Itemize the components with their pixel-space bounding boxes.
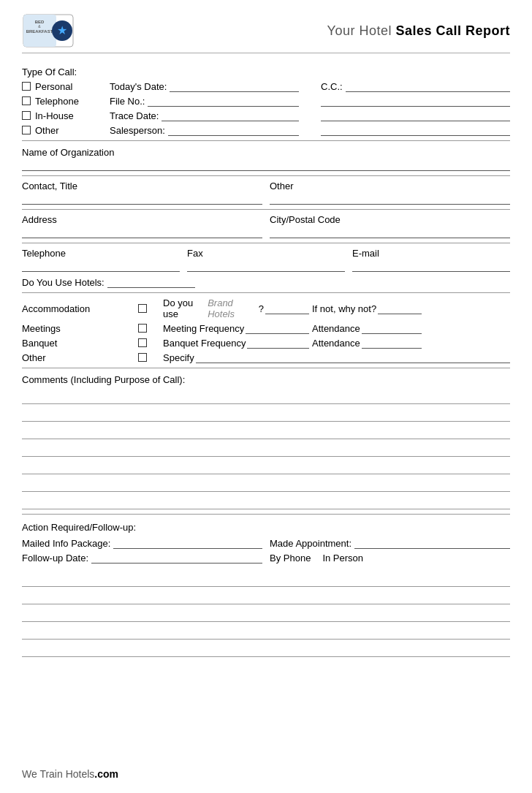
meetings-label: Meetings xyxy=(22,323,135,334)
org-label: Name of Organization xyxy=(22,147,510,158)
brand-hotels-text: Brand Hotels xyxy=(208,297,257,319)
comment-line-1[interactable] xyxy=(22,388,510,404)
made-appt-field[interactable] xyxy=(354,537,510,549)
city-postal-col: City/Postal Code xyxy=(270,214,510,238)
in-person-label: In Person xyxy=(322,553,363,564)
org-field[interactable] xyxy=(22,159,510,171)
personal-checkbox[interactable] xyxy=(22,82,31,91)
bottom-line-1[interactable] xyxy=(22,571,510,587)
address-field[interactable] xyxy=(22,227,262,238)
svg-text:★: ★ xyxy=(57,24,67,37)
svg-text:BREAKFAST: BREAKFAST xyxy=(26,29,53,34)
email-col: E-mail xyxy=(352,248,510,272)
address-label: Address xyxy=(22,214,262,225)
call-type-inhouse[interactable]: In-House xyxy=(22,110,110,121)
mailed-info-row: Mailed Info Package: xyxy=(22,537,262,549)
hotels-field[interactable] xyxy=(107,276,195,288)
file-no-label: File No.: xyxy=(110,96,145,107)
accommodation-label: Accommodation xyxy=(22,303,135,314)
followup-date-row: Follow-up Date: xyxy=(22,552,262,564)
trace-date-row: Trace Date: xyxy=(110,110,299,121)
contact-other-row: Contact, Title Other xyxy=(22,181,510,205)
divider6 xyxy=(22,368,510,368)
type-of-call-section: Type Of Call: Personal Today's Date: C.C… xyxy=(22,67,510,136)
header: BED & BREAKFAST ★ Your Hotel Sales Call … xyxy=(22,13,510,53)
accommodation-row: Accommodation Do you use Brand Hotels? I… xyxy=(22,297,510,319)
meeting-freq-row: Meeting Frequency xyxy=(163,322,309,334)
banquet-row: Banquet Banquet Frequency Attendance xyxy=(22,337,510,349)
trace-date-field[interactable] xyxy=(162,110,299,121)
comment-line-2[interactable] xyxy=(22,406,510,422)
type-of-call-label: Type Of Call: xyxy=(22,67,510,77)
bottom-line-4[interactable] xyxy=(22,623,510,640)
type-of-call-grid: Personal Today's Date: C.C.: Telephone F… xyxy=(22,80,510,136)
banquet-label: Banquet xyxy=(22,338,135,349)
divider3 xyxy=(22,209,510,210)
meetings-row: Meetings Meeting Frequency Attendance xyxy=(22,322,510,334)
call-type-personal[interactable]: Personal xyxy=(22,81,110,92)
do-you-use-brand-label: Do you use xyxy=(163,297,206,319)
mailed-info-label: Mailed Info Package: xyxy=(22,538,110,549)
comment-line-5[interactable] xyxy=(22,458,510,474)
trace-date-label: Trace Date: xyxy=(110,110,159,121)
hotels-row: Do You Use Hotels: xyxy=(22,276,510,288)
followup-date-field[interactable] xyxy=(91,552,262,564)
banquet-freq-field[interactable] xyxy=(247,337,309,349)
contact-label: Contact, Title xyxy=(22,181,262,191)
header-title-normal: Your Hotel xyxy=(327,23,396,38)
followup-date-label: Follow-up Date: xyxy=(22,553,88,564)
address-col: Address xyxy=(22,214,262,238)
cc-row: C.C.: xyxy=(321,80,510,92)
comment-line-7[interactable] xyxy=(22,493,510,509)
attendance-label: Attendance xyxy=(312,323,360,334)
bottom-line-3[interactable] xyxy=(22,606,510,622)
comments-section: Comments (Including Purpose of Call): xyxy=(22,374,510,509)
other2-row: Other Specify xyxy=(22,352,510,363)
call-type-telephone[interactable]: Telephone xyxy=(22,96,110,107)
attendance-field[interactable] xyxy=(362,322,422,334)
comment-line-6[interactable] xyxy=(22,476,510,492)
if-not-why-label: If not, why not? xyxy=(312,303,376,314)
do-you-use-brand-row: Do you use Brand Hotels? xyxy=(163,297,309,319)
other-checkbox[interactable] xyxy=(22,126,31,134)
divider2 xyxy=(22,175,510,176)
email-field[interactable] xyxy=(352,260,510,272)
fax-field[interactable] xyxy=(187,260,345,272)
city-postal-field[interactable] xyxy=(270,227,510,238)
made-appt-label: Made Appointment: xyxy=(270,538,352,549)
comment-line-3[interactable] xyxy=(22,423,510,439)
footer: We Train Hotels.com xyxy=(22,768,118,780)
bottom-line-2[interactable] xyxy=(22,588,510,604)
specify-field[interactable] xyxy=(196,352,510,363)
accommodation-checkbox[interactable] xyxy=(138,304,147,313)
brand-question: ? xyxy=(259,303,264,314)
if-not-why-field[interactable] xyxy=(378,303,422,314)
file-no-field[interactable] xyxy=(148,95,299,107)
salesperson-field[interactable] xyxy=(168,124,299,136)
mailed-info-field[interactable] xyxy=(113,537,262,549)
bottom-line-5[interactable] xyxy=(22,641,510,657)
cc-line3 xyxy=(321,110,510,121)
meeting-freq-field[interactable] xyxy=(246,322,309,334)
banquet-checkbox[interactable] xyxy=(138,338,147,347)
contact-field[interactable] xyxy=(22,193,262,205)
telephone-checkbox[interactable] xyxy=(22,96,31,105)
brand-hotels-field[interactable] xyxy=(265,303,309,314)
inhouse-checkbox[interactable] xyxy=(22,111,31,120)
meetings-checkbox[interactable] xyxy=(138,324,147,333)
page: BED & BREAKFAST ★ Your Hotel Sales Call … xyxy=(0,0,532,793)
footer-text-normal: We Train Hotels xyxy=(22,768,94,780)
todays-date-field[interactable] xyxy=(170,80,299,92)
other2-checkbox[interactable] xyxy=(138,353,147,362)
specify-label: Specify xyxy=(163,352,194,363)
mailed-made-row: Mailed Info Package: Made Appointment: xyxy=(22,537,510,549)
attendance2-field[interactable] xyxy=(362,337,422,349)
cc-field[interactable] xyxy=(346,80,510,92)
personal-label: Personal xyxy=(35,81,72,92)
logo: BED & BREAKFAST ★ xyxy=(22,13,75,48)
comment-line-4[interactable] xyxy=(22,441,510,457)
telephone-field[interactable] xyxy=(22,260,180,272)
call-type-other[interactable]: Other xyxy=(22,125,110,136)
attendance2-label: Attendance xyxy=(312,338,360,349)
other-field[interactable] xyxy=(270,193,510,205)
